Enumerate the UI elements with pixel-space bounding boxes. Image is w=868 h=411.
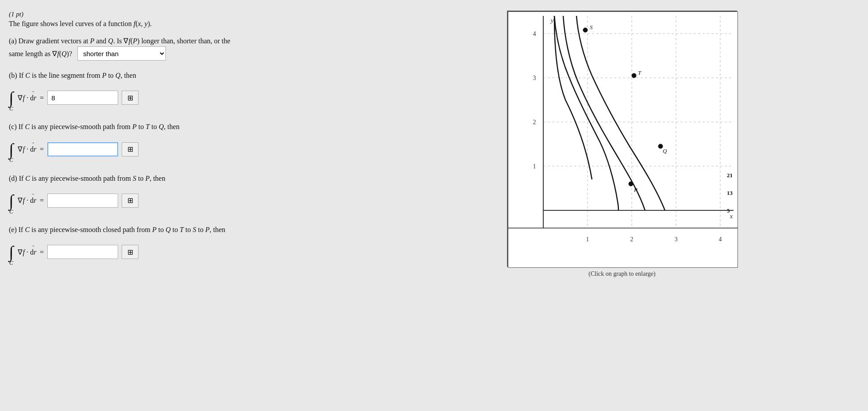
part-c-integral-row: ∫ C ∇f · dr⃗ = ⊞ bbox=[9, 135, 372, 163]
svg-text:13: 13 bbox=[727, 190, 733, 196]
part-c: (c) If C is any piecewise-smooth path fr… bbox=[9, 122, 372, 163]
part-b-integral-row: ∫ C ∇f · dr⃗ = ⊞ bbox=[9, 84, 372, 112]
part-c-grid-button[interactable]: ⊞ bbox=[122, 142, 138, 156]
click-label: (Click on graph to enlarge) bbox=[588, 270, 655, 278]
part-d-label: (d) If C is any piecewise-smooth path fr… bbox=[9, 173, 372, 184]
svg-point-31 bbox=[629, 182, 633, 186]
right-panel: 4 3 2 1 y x 1 2 3 4 21 13 bbox=[385, 11, 859, 278]
svg-text:4: 4 bbox=[719, 236, 722, 243]
svg-point-27 bbox=[632, 73, 636, 78]
left-panel: (1 pt) The figure shows level curves of … bbox=[9, 11, 372, 276]
pt-label: (1 pt) bbox=[9, 11, 372, 18]
part-d-integral-row: ∫ C ∇f · dr⃗ = ⊞ bbox=[9, 186, 372, 215]
svg-point-25 bbox=[583, 28, 588, 32]
part-e-expr: ∇f · dr⃗ = bbox=[18, 248, 44, 256]
part-d-answer[interactable] bbox=[47, 194, 118, 208]
part-d: (d) If C is any piecewise-smooth path fr… bbox=[9, 173, 372, 215]
description: The figure shows level curves of a funct… bbox=[9, 20, 372, 28]
part-d-expr: ∇f · dr⃗ = bbox=[18, 196, 44, 205]
svg-text:Q: Q bbox=[663, 148, 667, 154]
part-b-answer[interactable] bbox=[47, 91, 118, 105]
svg-text:1: 1 bbox=[586, 236, 589, 243]
svg-text:3: 3 bbox=[675, 236, 678, 243]
part-b: (b) If C is the line segment from P to Q… bbox=[9, 70, 372, 112]
svg-text:T: T bbox=[638, 69, 641, 76]
part-e-grid-button[interactable]: ⊞ bbox=[122, 245, 138, 259]
svg-text:x: x bbox=[730, 213, 733, 220]
part-b-expr: ∇f · dr⃗ = bbox=[18, 94, 44, 102]
svg-text:5: 5 bbox=[727, 207, 730, 214]
part-c-label: (c) If C is any piecewise-smooth path fr… bbox=[9, 122, 372, 132]
part-c-answer[interactable] bbox=[47, 142, 118, 156]
gradient-comparison-dropdown[interactable]: longer than shorter than same length as bbox=[77, 46, 166, 61]
part-e-integral-row: ∫ C ∇f · dr⃗ = ⊞ bbox=[9, 238, 372, 266]
svg-rect-1 bbox=[508, 228, 738, 268]
part-a-label: (a) Draw gradient vectors at P and Q. Is… bbox=[9, 36, 372, 61]
part-e-answer[interactable] bbox=[47, 245, 118, 259]
part-e-label: (e) If C is any piecewise-smooth closed … bbox=[9, 225, 372, 235]
part-d-grid-button[interactable]: ⊞ bbox=[122, 194, 138, 208]
svg-rect-0 bbox=[508, 11, 738, 228]
svg-text:S: S bbox=[590, 24, 593, 30]
part-b-label: (b) If C is the line segment from P to Q… bbox=[9, 70, 372, 81]
svg-text:P: P bbox=[634, 186, 638, 193]
svg-text:2: 2 bbox=[630, 236, 634, 243]
graph-svg: 4 3 2 1 y x 1 2 3 4 21 13 bbox=[508, 11, 738, 268]
part-c-expr: ∇f · dr⃗ = bbox=[18, 145, 44, 153]
svg-text:4: 4 bbox=[533, 30, 536, 37]
graph-container[interactable]: 4 3 2 1 y x 1 2 3 4 21 13 bbox=[507, 11, 737, 267]
svg-text:2: 2 bbox=[533, 119, 536, 126]
part-b-grid-button[interactable]: ⊞ bbox=[122, 91, 138, 105]
svg-text:y: y bbox=[550, 17, 554, 24]
svg-point-29 bbox=[658, 144, 663, 148]
part-a: (a) Draw gradient vectors at P and Q. Is… bbox=[9, 36, 372, 61]
part-e: (e) If C is any piecewise-smooth closed … bbox=[9, 225, 372, 266]
svg-text:1: 1 bbox=[533, 163, 536, 170]
svg-text:21: 21 bbox=[727, 172, 733, 179]
svg-text:3: 3 bbox=[533, 75, 536, 81]
